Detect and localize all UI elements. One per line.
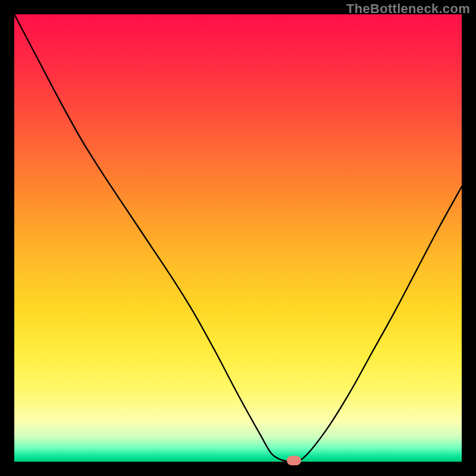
curve-layer xyxy=(14,14,462,462)
bottleneck-chart: TheBottleneck.com xyxy=(0,0,476,476)
optimal-point-marker xyxy=(287,456,301,465)
bottleneck-curve xyxy=(14,14,462,461)
plot-area xyxy=(14,14,462,462)
